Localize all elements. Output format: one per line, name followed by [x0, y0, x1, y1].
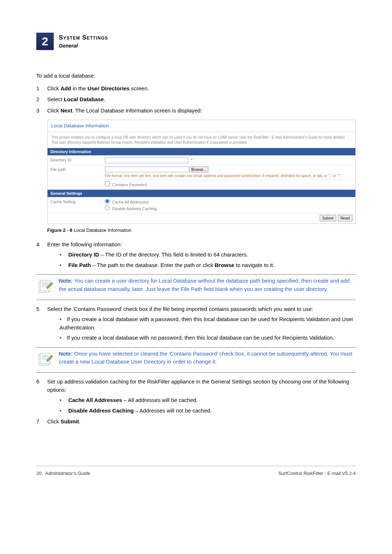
step-2: Select Local Database. [36, 95, 356, 104]
required-marker: * [191, 158, 192, 162]
step-7-bold: Submit [61, 418, 79, 424]
step-1-text-b: in the [71, 85, 87, 91]
step-6-bullet-2: Disable Address Caching – Addresses will… [58, 407, 356, 415]
step-5: Select the 'Contains Password' check box… [36, 305, 356, 373]
note-2-body: Once you have selected or cleared the 'C… [59, 350, 352, 365]
note-1-label: Note: [59, 278, 73, 284]
step6-b2-bold: Disable Address Caching [68, 407, 134, 414]
footer-page-number: 20 [36, 471, 41, 476]
step-6-bullet-1: Cache All Addresses – All addresses will… [58, 396, 356, 405]
chapter-number: 2 [42, 33, 48, 50]
step4-b2-bold: File Path [68, 262, 91, 268]
step-4-bullet-2: File Path – The path to the database. En… [58, 261, 356, 270]
step-7-text-a: Click [47, 418, 61, 424]
cache-all-label: Cache All Addresses [112, 200, 149, 204]
step-1-text-c: screen. [130, 85, 149, 91]
step4-b2-pre: – The path to the database. Enter the pa… [91, 262, 215, 268]
contains-password-checkbox[interactable] [105, 181, 110, 186]
page-header: 2 System Settings General [36, 33, 356, 50]
cache-all-radio[interactable] [105, 199, 110, 204]
step4-b1-rest: – The ID of the directory. This field is… [99, 251, 248, 258]
note-box-2: Note: Once you have selected or cleared … [36, 347, 356, 373]
disable-caching-radio[interactable] [105, 205, 110, 210]
note-1-text: Note: You can create a user directory fo… [59, 277, 356, 293]
step-1-bold-add: Add [61, 85, 71, 91]
note-1-body: You can create a user directory for Loca… [59, 278, 350, 292]
figure-caption-rest: Local Database Information [72, 227, 131, 233]
step-4-text: Enter the following information: [47, 241, 122, 247]
step-4-bullet-1: Directory ID – The ID of the directory. … [58, 251, 356, 259]
chapter-number-box: 2 [36, 33, 54, 50]
intro-text: To add a local database: [36, 72, 356, 80]
step-5-bullet-1: If you create a local database with a pa… [58, 315, 356, 332]
reset-button[interactable]: Reset [338, 215, 352, 221]
step-1-bold-userdir: User Directories [87, 85, 130, 91]
local-db-info-panel: Local Database Information This screen e… [47, 120, 356, 224]
step-7: Click Submit. [36, 418, 356, 426]
step4-b1-bold: Directory ID [68, 251, 99, 258]
browse-button[interactable]: Browse... [189, 167, 208, 172]
file-path-label: File path [48, 165, 102, 180]
header-title: System Settings [59, 33, 108, 42]
footer-left-text: Administrator's Guide [45, 471, 90, 476]
step6-b1-rest: – All addresses will be cached. [122, 397, 197, 403]
step-6-text: Set up address validation caching for th… [47, 378, 349, 393]
step-2-bold: Local Database [64, 96, 104, 102]
note-2-text: Note: Once you have selected or cleared … [59, 350, 356, 366]
note-icon [36, 278, 54, 297]
step-2-text-b: . [104, 96, 105, 102]
note-2-label: Note: [59, 350, 73, 357]
directory-id-label: Directory ID [48, 156, 102, 165]
ldbi-description: This screen enables you to configure a l… [48, 132, 355, 148]
note-icon [36, 350, 54, 370]
step6-b1-bold: Cache All Addresses [68, 397, 122, 403]
file-path-input[interactable] [105, 167, 188, 172]
figure-caption: Figure 2 - 8 Local Database Information [47, 227, 356, 234]
step-3: Click Next. The Local Database Informati… [36, 107, 356, 234]
disable-caching-label: Disable Address Caching [112, 206, 157, 211]
ldbi-section-directory-info: Directory Information [48, 148, 355, 156]
step-3-text-b: . The Local Database Information screen … [72, 107, 202, 114]
page-footer-section: 20 Administrator's Guide SurfControl Ris… [36, 462, 356, 477]
file-format-hint: File format: one item per line, one item… [105, 173, 352, 178]
header-text: System Settings General [59, 33, 108, 50]
submit-button[interactable]: Submit [320, 215, 336, 221]
step4-b2-post: to navigate to it. [234, 262, 274, 268]
footer-rule [36, 466, 356, 466]
header-subtitle: General [59, 42, 108, 50]
step-1: Click Add in the User Directories screen… [36, 85, 356, 93]
step-5-text: Select the 'Contains Password' check box… [47, 306, 313, 312]
step4-b2-bold2: Browse [215, 262, 234, 268]
note-box-1: Note: You can create a user directory fo… [36, 274, 356, 300]
directory-id-input[interactable] [105, 157, 188, 163]
footer-left: 20 Administrator's Guide [36, 470, 90, 477]
step-6: Set up address validation caching for th… [36, 378, 356, 415]
step-3-text-a: Click [47, 107, 61, 114]
ldbi-title: Local Database Information [48, 120, 355, 132]
ldbi-section-general: General Settings [48, 189, 355, 197]
cache-setting-label: Cache Setting [48, 197, 102, 213]
step-3-bold: Next [61, 107, 73, 114]
step-1-text-a: Click [47, 85, 61, 91]
step-7-text-b: . [79, 418, 81, 424]
figure-caption-bold: Figure 2 - 8 [47, 227, 72, 233]
footer-right: SurfControl RiskFilter - E-mail V5.2.4 [278, 470, 356, 477]
step-2-text-a: Select [47, 96, 64, 102]
step6-b2-rest: – Addresses will not be cached. [134, 407, 212, 414]
contains-password-label: Contains Password [112, 182, 147, 187]
step-4: Enter the following information: Directo… [36, 241, 356, 300]
step-5-bullet-2: If you create a local database with no p… [58, 334, 356, 342]
